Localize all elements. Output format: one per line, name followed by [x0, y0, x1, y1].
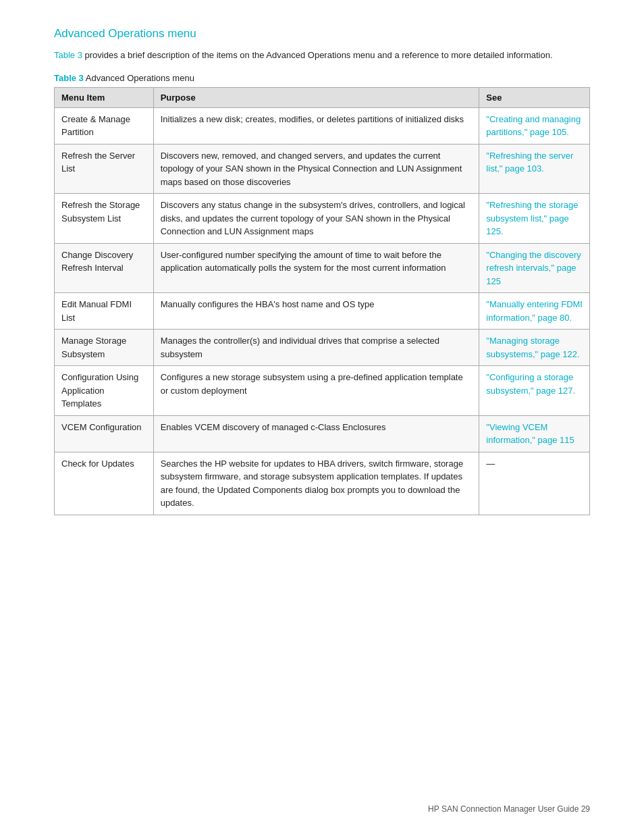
page-heading: Advanced Operations menu [54, 27, 590, 41]
cell-purpose: Configures a new storage subsystem using… [153, 366, 479, 416]
cell-see: "Configuring a storage subsystem," page … [479, 366, 590, 416]
cell-see: "Viewing VCEM information," page 115 [479, 415, 590, 452]
cell-menu-item: Refresh the Storage Subsystem List [55, 194, 154, 244]
page-footer: HP SAN Connection Manager User Guide 29 [428, 804, 590, 814]
advanced-operations-table: Menu Item Purpose See Create & Manage Pa… [54, 87, 590, 515]
table-row: Refresh the Server ListDiscovers new, re… [55, 144, 590, 194]
table-ref: Table 3 [54, 50, 82, 60]
cell-menu-item: Edit Manual FDMI List [55, 293, 154, 330]
see-link[interactable]: "Refreshing the storage subsystem list,"… [486, 200, 578, 236]
see-link[interactable]: "Manually entering FDMI information," pa… [486, 299, 583, 323]
cell-menu-item: Check for Updates [55, 452, 154, 515]
table-row: Refresh the Storage Subsystem ListDiscov… [55, 194, 590, 244]
intro-body: provides a brief description of the item… [82, 50, 553, 60]
cell-see: "Changing the discovery refresh interval… [479, 243, 590, 293]
table-caption: Table 3 Advanced Operations menu [54, 73, 590, 83]
table-row: Change Discovery Refresh IntervalUser-co… [55, 243, 590, 293]
table-caption-label: Table 3 [54, 73, 84, 83]
col-purpose: Purpose [153, 87, 479, 107]
see-link[interactable]: "Configuring a storage subsystem," page … [486, 372, 575, 396]
table-caption-title: Advanced Operations menu [84, 73, 194, 83]
cell-see: "Creating and managing partitions," page… [479, 107, 590, 144]
cell-see: "Refreshing the storage subsystem list,"… [479, 194, 590, 244]
col-menu-item: Menu Item [55, 87, 154, 107]
cell-menu-item: Create & Manage Partition [55, 107, 154, 144]
table-row: Configuration Using Application Template… [55, 366, 590, 416]
cell-see: "Refreshing the server list," page 103. [479, 144, 590, 194]
cell-menu-item: VCEM Configuration [55, 415, 154, 452]
table-row: VCEM ConfigurationEnables VCEM discovery… [55, 415, 590, 452]
cell-purpose: Manages the controller(s) and individual… [153, 330, 479, 366]
table-row: Manage Storage SubsystemManages the cont… [55, 330, 590, 366]
cell-menu-item: Configuration Using Application Template… [55, 366, 154, 416]
cell-menu-item: Manage Storage Subsystem [55, 330, 154, 366]
cell-purpose: Initializes a new disk; creates, modifie… [153, 107, 479, 144]
table-row: Check for UpdatesSearches the HP website… [55, 452, 590, 515]
table-row: Create & Manage PartitionInitializes a n… [55, 107, 590, 144]
cell-see: — [479, 452, 590, 515]
cell-purpose: Manually configures the HBA's host name … [153, 293, 479, 330]
cell-see: "Manually entering FDMI information," pa… [479, 293, 590, 330]
intro-text: Table 3 provides a brief description of … [54, 49, 590, 62]
see-link[interactable]: "Changing the discovery refresh interval… [486, 250, 581, 286]
cell-purpose: User-configured number specifying the am… [153, 243, 479, 293]
table-row: Edit Manual FDMI ListManually configures… [55, 293, 590, 330]
see-link[interactable]: "Managing storage subsystems," page 122. [486, 336, 579, 359]
cell-menu-item: Refresh the Server List [55, 144, 154, 194]
cell-purpose: Searches the HP website for updates to H… [153, 452, 479, 515]
see-link[interactable]: "Viewing VCEM information," page 115 [486, 422, 574, 446]
table-header-row: Menu Item Purpose See [55, 87, 590, 107]
cell-purpose: Discovers new, removed, and changed serv… [153, 144, 479, 194]
see-link[interactable]: "Refreshing the server list," page 103. [486, 151, 573, 174]
cell-purpose: Enables VCEM discovery of managed c-Clas… [153, 415, 479, 452]
cell-menu-item: Change Discovery Refresh Interval [55, 243, 154, 293]
col-see: See [479, 87, 590, 107]
cell-see: "Managing storage subsystems," page 122. [479, 330, 590, 366]
cell-purpose: Discovers any status change in the subsy… [153, 194, 479, 244]
see-link[interactable]: "Creating and managing partitions," page… [486, 114, 581, 138]
